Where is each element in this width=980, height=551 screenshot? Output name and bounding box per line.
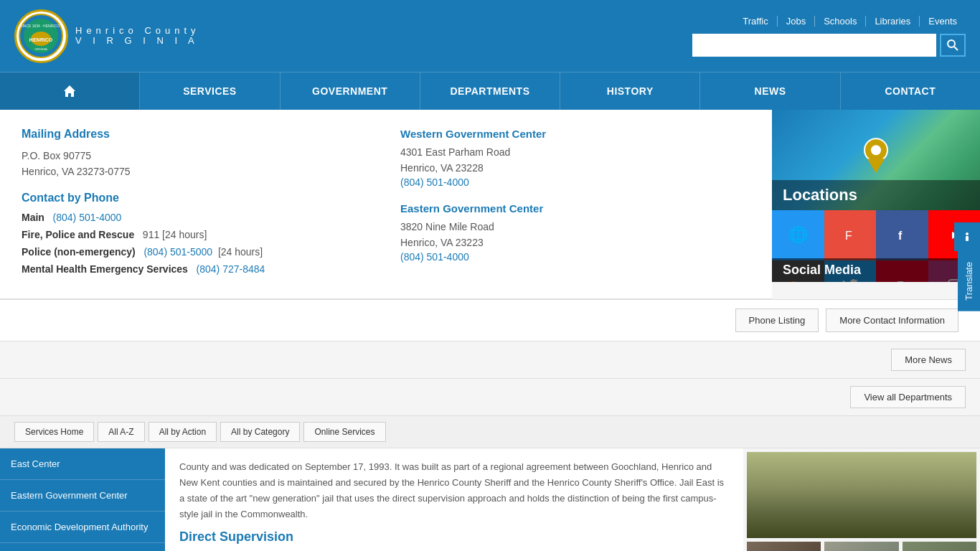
search-icon (947, 39, 958, 51)
nav-news[interactable]: NEWS (700, 72, 840, 110)
logo-circle: SINCE 1634 · HENRICO · HENRICO VIRGINIA (14, 9, 68, 63)
tab-services-home[interactable]: Services Home (14, 422, 94, 442)
thumbnail-3 (903, 542, 976, 551)
svg-rect-24 (966, 236, 969, 241)
mailing-addr1: P.O. Box 90775 (22, 148, 372, 164)
western-phone-link[interactable]: (804) 501-4000 (400, 176, 469, 188)
nav-departments[interactable]: DEPARTMENTS (420, 72, 560, 110)
contact-left: Mailing Address P.O. Box 90775 Henrico, … (22, 128, 372, 281)
right-images (743, 448, 980, 551)
home-icon (62, 84, 77, 98)
search-button[interactable] (940, 34, 966, 57)
mental-row: Mental Health Emergency Services (804) 7… (22, 263, 372, 275)
globe-icon[interactable]: 🌐 (772, 210, 824, 260)
mental-phone-link[interactable]: (804) 727-8484 (197, 263, 265, 275)
jobs-link[interactable]: Jobs (778, 16, 815, 27)
svg-text:f: f (898, 230, 903, 242)
main-content-area: County and was dedicated on September 17… (165, 448, 743, 551)
western-title: Western Government Center (400, 128, 750, 140)
top-right: Traffic Jobs Schools Libraries Events (692, 16, 966, 57)
eastern-phone-link[interactable]: (804) 501-4000 (400, 251, 469, 263)
contact-panel: Mailing Address P.O. Box 90775 Henrico, … (0, 110, 772, 299)
top-bar: SINCE 1634 · HENRICO · HENRICO VIRGINIA … (0, 0, 980, 72)
svg-text:VIRGINIA: VIRGINIA (34, 47, 47, 51)
traffic-link[interactable]: Traffic (734, 16, 777, 27)
tab-all-az[interactable]: All A-Z (98, 422, 144, 442)
search-input[interactable] (692, 34, 936, 57)
contact-right: Western Government Center 4301 East Parh… (400, 128, 750, 281)
locations-block[interactable]: Locations (772, 110, 980, 210)
nav-home[interactable] (0, 72, 140, 110)
view-all-dept-button[interactable]: View all Departments (850, 386, 966, 408)
search-row (692, 34, 966, 57)
dept-tabs-row: Services Home All A-Z All by Action All … (0, 416, 980, 448)
svg-text:SINCE 1634 · HENRICO ·: SINCE 1634 · HENRICO · (20, 24, 62, 28)
tab-all-category[interactable]: All by Category (220, 422, 300, 442)
translate-icon (954, 222, 980, 251)
libraries-link[interactable]: Libraries (866, 16, 920, 27)
more-contact-button[interactable]: More Contact Information (826, 309, 958, 332)
left-sidebar: East Center Eastern Government Center Ec… (0, 448, 165, 551)
svg-marker-11 (867, 159, 885, 173)
logo-text: Henrico County V I R G I N I A (75, 26, 200, 47)
svg-marker-8 (64, 85, 75, 97)
logo-seal: SINCE 1634 · HENRICO · HENRICO VIRGINIA (18, 13, 65, 60)
logo-area: SINCE 1634 · HENRICO · HENRICO VIRGINIA … (14, 9, 200, 63)
svg-point-6 (948, 40, 955, 47)
main-nav: SERVICES GOVERNMENT DEPARTMENTS HISTORY … (0, 72, 980, 110)
tab-online-services[interactable]: Online Services (303, 422, 385, 442)
social-label: Social Media (772, 258, 980, 282)
svg-point-10 (871, 145, 881, 155)
locations-label: Locations (772, 180, 980, 210)
svg-text:F: F (845, 230, 852, 242)
main-phone-row: Main (804) 501-4000 (22, 212, 372, 223)
mailing-title: Mailing Address (22, 128, 372, 141)
sidebar-item-emergency-mgmt[interactable]: Emergency Management and Workplace Safet… (0, 543, 165, 551)
view-all-row: View all Departments (0, 379, 980, 416)
phone-listing-button[interactable]: Phone Listing (735, 309, 819, 332)
social-media-block: 🌐 F f P (772, 210, 980, 282)
sidebar-item-eastern-govt[interactable]: Eastern Government Center (0, 480, 165, 512)
phone-title: Contact by Phone (22, 192, 372, 204)
more-news-button[interactable]: More News (891, 349, 966, 371)
bottom-section: East Center Eastern Government Center Ec… (0, 448, 980, 551)
foursquare-icon[interactable]: F (824, 210, 877, 260)
right-sidebar: Locations 🌐 F f (772, 110, 980, 299)
accessibility-icon (958, 228, 976, 245)
thumbnail-1 (747, 542, 821, 551)
map-pin-icon (862, 137, 890, 173)
main-facility-image (747, 452, 976, 538)
location-pin-icon (862, 137, 890, 175)
main-phone-link[interactable]: (804) 501-4000 (53, 212, 122, 223)
logo-subtitle: V I R G I N I A (75, 36, 200, 46)
sidebar-item-eda[interactable]: Economic Development Authority (0, 512, 165, 543)
nav-history[interactable]: HISTORY (560, 72, 700, 110)
facebook-icon[interactable]: f (876, 210, 928, 260)
schools-link[interactable]: Schools (815, 16, 866, 27)
svg-text:HENRICO: HENRICO (29, 37, 53, 42)
body-text: County and was dedicated on September 17… (179, 459, 729, 522)
thumbnail-2 (824, 542, 898, 551)
nav-contact[interactable]: CONTACT (841, 72, 980, 110)
translate-button[interactable]: Translate (958, 251, 980, 311)
western-location: Western Government Center 4301 East Parh… (400, 128, 750, 188)
eastern-addr2: Henrico, VA 23223 (400, 235, 750, 250)
mailing-addr2: Henrico, VA 23273-0775 (22, 164, 372, 179)
sidebar-item-east-center[interactable]: East Center (0, 448, 165, 480)
events-link[interactable]: Events (920, 16, 966, 27)
more-news-row: More News (0, 342, 980, 379)
direct-supervision-heading: Direct Supervision (179, 529, 729, 545)
svg-point-23 (966, 232, 969, 235)
contact-section: Mailing Address P.O. Box 90775 Henrico, … (0, 110, 980, 300)
tab-all-action[interactable]: All by Action (149, 422, 217, 442)
contact-actions: Phone Listing More Contact Information (0, 300, 980, 342)
eastern-title: Eastern Government Center (400, 202, 750, 215)
nav-services[interactable]: SERVICES (140, 72, 280, 110)
eastern-addr1: 3820 Nine Mile Road (400, 219, 750, 235)
police-phone-link[interactable]: (804) 501-5000 (143, 246, 212, 258)
nav-government[interactable]: GOVERNMENT (281, 72, 420, 110)
western-addr1: 4301 East Parham Road (400, 144, 750, 160)
police-row: Police (non-emergency) (804) 501-5000 [2… (22, 246, 372, 258)
western-addr2: Henrico, VA 23228 (400, 160, 750, 176)
contact-panel-inner: Mailing Address P.O. Box 90775 Henrico, … (22, 128, 750, 281)
